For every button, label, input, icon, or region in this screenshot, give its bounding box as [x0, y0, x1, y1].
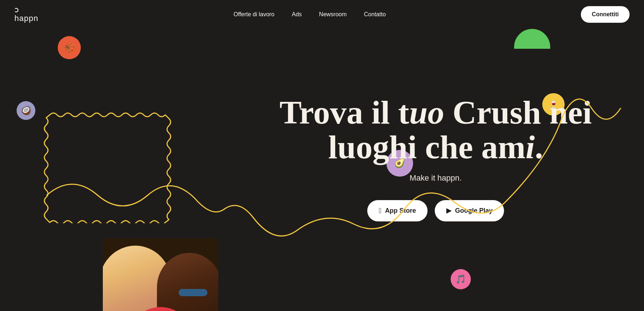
google-play-label: Google Play	[455, 207, 492, 215]
app-store-label: App Store	[385, 207, 416, 215]
connect-button[interactable]: Connettiti	[581, 6, 630, 23]
hero-title: Trova il tuo Crush nei luoghi che ami.	[273, 95, 598, 164]
nav-contatto[interactable]: Contatto	[364, 11, 386, 17]
logo-icon: ↄ	[14, 6, 19, 14]
music-icon: 🎵	[455, 274, 466, 284]
navbar: ↄ happn Offerte di lavoro Ads Newsroom C…	[0, 0, 644, 29]
app-buttons-container:  App Store ▶ Google Play	[273, 200, 598, 221]
basketball-icon: 🏀	[64, 43, 75, 53]
nav-newsroom[interactable]: Newsroom	[319, 11, 346, 17]
nav-offerte[interactable]: Offerte di lavoro	[233, 11, 275, 17]
nav-links: Offerte di lavoro Ads Newsroom Contatto	[233, 11, 386, 18]
couple-photo	[103, 238, 218, 311]
coconut-icon: 🥥	[21, 105, 31, 116]
google-play-icon: ▶	[446, 207, 451, 215]
app-store-button[interactable]:  App Store	[367, 200, 428, 221]
circle-pink: 🎵	[451, 269, 471, 289]
logo[interactable]: ↄ happn	[14, 6, 38, 23]
circle-orange: 🏀	[58, 36, 81, 59]
google-play-button[interactable]: ▶ Google Play	[435, 200, 504, 221]
circle-purple-sm: 🥥	[17, 101, 35, 120]
apple-icon: 	[379, 207, 381, 215]
nav-ads[interactable]: Ads	[292, 11, 302, 17]
wavy-image-border	[43, 111, 172, 223]
hero-subtitle: Make it happn.	[273, 173, 598, 183]
logo-text: happn	[14, 14, 38, 23]
hero-content: Trova il tuo Crush nei luoghi che ami. M…	[273, 95, 598, 221]
circle-green-half	[514, 29, 550, 49]
